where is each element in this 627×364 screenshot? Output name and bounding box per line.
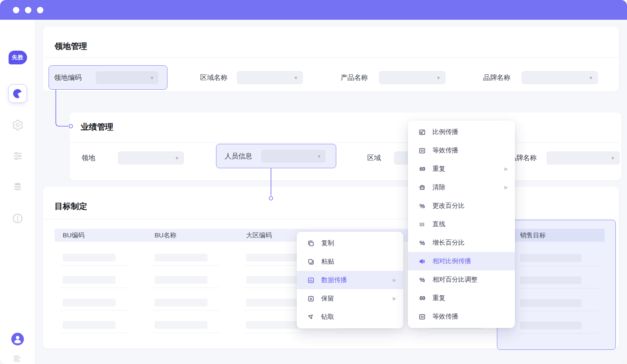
menu-item-label: 比例传播 bbox=[432, 128, 458, 136]
sidebar-item-database[interactable] bbox=[0, 182, 35, 193]
menu-item-label: 重复 bbox=[432, 165, 445, 173]
row-divider bbox=[61, 333, 128, 333]
skeleton-cell bbox=[155, 299, 207, 306]
sidebar-item-dashboard[interactable] bbox=[8, 84, 27, 103]
row-divider bbox=[152, 288, 220, 288]
menu-item-label: 相对比例传播 bbox=[432, 257, 471, 265]
sidebar-item-filters[interactable] bbox=[0, 150, 35, 162]
sidebar-item-logs[interactable] bbox=[0, 353, 35, 364]
proportional-spread-icon bbox=[418, 128, 426, 136]
skeleton-cell bbox=[155, 254, 207, 261]
row-divider bbox=[427, 333, 495, 333]
skeleton-cell bbox=[520, 322, 581, 329]
speaker-icon bbox=[418, 258, 426, 265]
skeleton-cell bbox=[246, 321, 299, 329]
skeleton-cell bbox=[520, 254, 581, 262]
territory-card: 领地管理 领地编码 ▼ 区域名称 ▼ 产品名称 ▼ 品牌名称 ▼ bbox=[43, 27, 619, 91]
gear-icon bbox=[12, 119, 24, 131]
row-divider bbox=[152, 310, 220, 311]
equivalent-spread-icon bbox=[418, 147, 426, 155]
skeleton-cell bbox=[520, 299, 581, 307]
menu-item-2[interactable]: 粘贴 bbox=[297, 252, 403, 271]
menu-item-11[interactable]: 等效传播 bbox=[408, 307, 515, 326]
menu-item-label: 清除 bbox=[432, 183, 445, 191]
menu-item-label: 粘贴 bbox=[321, 258, 334, 266]
column-header-sales-target: 销售目标 bbox=[520, 231, 546, 240]
retain-icon bbox=[307, 295, 315, 303]
row-divider bbox=[152, 333, 220, 333]
submenu-arrow-icon: ▶ bbox=[505, 166, 508, 172]
sidebar-item-settings[interactable] bbox=[0, 119, 35, 131]
chevron-down-icon: ▼ bbox=[436, 76, 441, 80]
menu-item-label: 直线 bbox=[432, 220, 445, 228]
clear-icon bbox=[418, 184, 426, 191]
window-control-dot[interactable] bbox=[25, 7, 31, 13]
menu-item-label: 更改百分比 bbox=[432, 202, 465, 210]
personnel-select[interactable]: ▼ bbox=[261, 150, 326, 163]
menu-item-1[interactable]: 比例传播 bbox=[408, 123, 515, 141]
territory-code-select[interactable]: ▼ bbox=[96, 71, 158, 84]
targets-title: 目标制定 bbox=[55, 201, 87, 212]
menu-item-5[interactable]: %更改百分比 bbox=[408, 197, 515, 215]
territory-label: 领地 bbox=[82, 152, 95, 164]
menu-item-8[interactable]: 相对比例传播 bbox=[408, 252, 515, 270]
region-name-select[interactable]: ▼ bbox=[237, 71, 303, 84]
product-name-select[interactable]: ▼ bbox=[379, 71, 445, 84]
menu-item-label: 数据传播 bbox=[321, 276, 347, 284]
row-divider bbox=[61, 288, 128, 288]
performance-title: 业绩管理 bbox=[81, 121, 113, 133]
menu-item-6[interactable]: 直线 bbox=[408, 215, 515, 234]
menu-item-5[interactable]: 钻取 bbox=[297, 308, 403, 326]
skeleton-cell bbox=[520, 276, 581, 284]
skeleton-cell bbox=[155, 321, 207, 329]
column-header-region-code: 大区编码 bbox=[246, 229, 272, 242]
menu-item-4[interactable]: 保留▶ bbox=[297, 289, 403, 308]
personnel-label: 人员信息 bbox=[225, 150, 252, 163]
column-header-bu-code: BU编码 bbox=[63, 229, 85, 242]
menu-item-3[interactable]: 69重复▶ bbox=[408, 160, 515, 178]
menu-item-9[interactable]: %相对百分比调整 bbox=[408, 270, 515, 289]
window-control-dot[interactable] bbox=[37, 7, 43, 13]
row-divider bbox=[152, 265, 220, 266]
logo-badge: 先胜 bbox=[9, 51, 27, 64]
brand-name-select-2[interactable]: ▼ bbox=[547, 152, 620, 164]
territory-select[interactable]: ▼ bbox=[118, 152, 184, 164]
skeleton-cell bbox=[63, 254, 116, 261]
brand-name-select[interactable]: ▼ bbox=[522, 71, 598, 84]
menu-item-10[interactable]: 69重复 bbox=[408, 289, 515, 307]
menu-item-3[interactable]: 数据传播▶ bbox=[297, 271, 403, 289]
menu-item-2[interactable]: 等效传播 bbox=[408, 141, 515, 160]
dotted-line-icon bbox=[418, 221, 426, 228]
sidebar-item-info[interactable] bbox=[0, 212, 35, 224]
row-divider bbox=[520, 311, 598, 311]
menu-item-4[interactable]: 清除▶ bbox=[408, 178, 515, 197]
menu-item-label: 复制 bbox=[321, 239, 334, 247]
sliders-icon bbox=[12, 150, 24, 162]
region-name-label: 区域名称 bbox=[200, 71, 228, 84]
territory-code-filter-highlight: 领地编码 ▼ bbox=[49, 65, 167, 90]
skeleton-cell bbox=[63, 299, 116, 306]
menu-item-label: 相对百分比调整 bbox=[432, 276, 478, 284]
window-control-dot[interactable] bbox=[13, 7, 19, 13]
user-avatar-icon bbox=[11, 332, 24, 346]
menu-item-7[interactable]: %增长百分比 bbox=[408, 234, 515, 252]
chevron-down-icon: ▼ bbox=[589, 76, 593, 80]
territory-code-label: 领地编码 bbox=[54, 71, 82, 84]
repeat-icon: 69 bbox=[418, 165, 426, 173]
territory-title: 领地管理 bbox=[55, 41, 87, 52]
sidebar: 先胜 bbox=[0, 20, 35, 364]
submenu-arrow-icon: ▶ bbox=[393, 277, 396, 283]
row-divider bbox=[520, 288, 598, 288]
menu-item-1[interactable]: 复制 bbox=[297, 234, 403, 252]
copy-icon bbox=[307, 240, 315, 247]
row-divider bbox=[520, 266, 598, 266]
sidebar-item-profile[interactable] bbox=[0, 332, 35, 346]
submenu-arrow-icon: ▶ bbox=[505, 185, 508, 190]
menu-item-label: 钻取 bbox=[321, 313, 334, 321]
row-divider bbox=[61, 310, 128, 311]
skeleton-cell bbox=[246, 299, 299, 306]
column-header-bu-name: BU名称 bbox=[155, 229, 177, 242]
row-divider bbox=[244, 333, 312, 333]
product-name-label: 产品名称 bbox=[341, 71, 368, 84]
drill-icon bbox=[307, 313, 315, 321]
